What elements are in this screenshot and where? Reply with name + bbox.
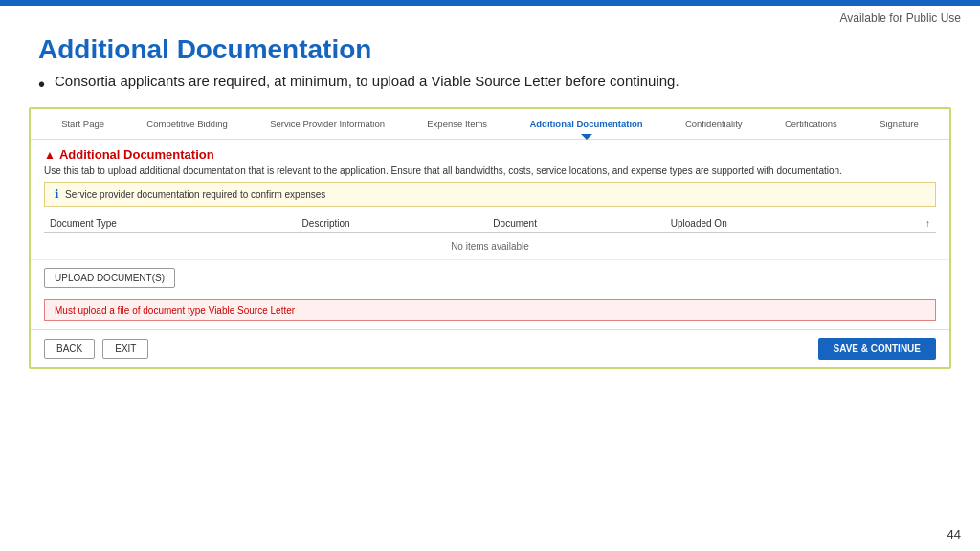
progress-bar: Start Page Competitive Bidding Service P…: [31, 109, 949, 140]
step-service-provider[interactable]: Service Provider Information: [266, 117, 389, 131]
save-continue-button[interactable]: SAVE & CONTINUE: [818, 338, 937, 360]
upload-button[interactable]: UPLOAD DOCUMENT(S): [44, 268, 175, 288]
col-description: Description: [297, 214, 488, 233]
step-competitive-bidding[interactable]: Competitive Bidding: [143, 117, 232, 131]
back-button[interactable]: BACK: [44, 339, 95, 359]
no-items-text: No items available: [44, 233, 936, 260]
header-area: Available for Public Use: [0, 6, 980, 25]
step-start-page[interactable]: Start Page: [57, 117, 108, 131]
progress-steps: Start Page Competitive Bidding Service P…: [31, 109, 949, 139]
col-document: Document: [487, 214, 664, 233]
document-table: Document Type Description Document Uploa…: [44, 214, 936, 259]
page-number: 44: [947, 527, 961, 541]
step-signature[interactable]: Signature: [876, 117, 923, 131]
step-additional-docs[interactable]: Additional Documentation: [525, 117, 646, 131]
col-action: ↑: [883, 214, 936, 233]
section-title: Additional Documentation: [59, 147, 214, 162]
error-message: Must upload a file of document type Viab…: [44, 299, 936, 321]
step-confidentiality[interactable]: Confidentiality: [681, 117, 746, 131]
warning-triangle-icon: ▲: [44, 148, 56, 162]
step-expense-items[interactable]: Expense Items: [423, 117, 491, 131]
footer-left: BACK EXIT: [44, 339, 148, 359]
step-certifications[interactable]: Certifications: [781, 117, 841, 131]
warning-banner: ℹ Service provider documentation require…: [44, 182, 936, 207]
section-heading: ▲ Additional Documentation: [31, 140, 949, 165]
no-items-row: No items available: [44, 233, 936, 260]
col-uploaded-on: Uploaded On: [665, 214, 883, 233]
info-icon: ℹ: [55, 187, 59, 201]
upload-area: UPLOAD DOCUMENT(S): [31, 259, 949, 296]
bullet-dot: •: [38, 73, 45, 96]
error-text: Must upload a file of document type Viab…: [55, 305, 295, 316]
footer-buttons: BACK EXIT SAVE & CONTINUE: [31, 329, 949, 367]
bullet-text: Consortia applicants are required, at mi…: [55, 73, 679, 89]
exit-button[interactable]: EXIT: [102, 339, 148, 359]
col-document-type: Document Type: [44, 214, 297, 233]
page-title: Additional Documentation: [0, 25, 980, 73]
available-text: Available for Public Use: [839, 11, 961, 25]
section-description: Use this tab to upload additional docume…: [31, 165, 949, 182]
form-container: Start Page Competitive Bidding Service P…: [29, 107, 951, 369]
warning-text: Service provider documentation required …: [65, 189, 325, 200]
bullet-point: • Consortia applicants are required, at …: [0, 73, 980, 107]
